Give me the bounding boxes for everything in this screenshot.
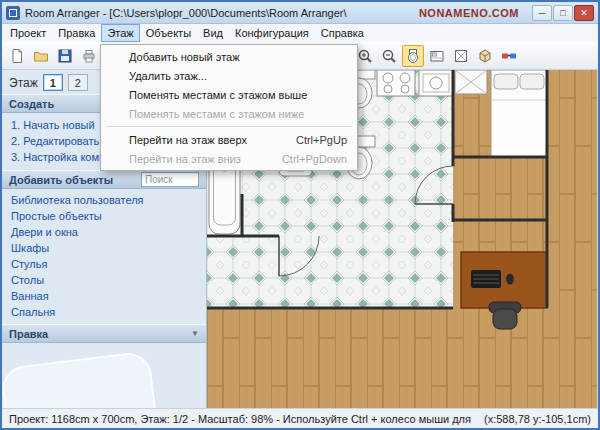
zoom-out-button[interactable] <box>378 45 400 67</box>
status-bar: Проект: 1168cm x 700cm, Этаж: 1/2 - Масш… <box>2 408 598 428</box>
window-controls: ─ □ ✕ <box>532 5 594 21</box>
title-bar: Room Arranger - [C:\Users\plopr_000\Docu… <box>2 2 598 24</box>
status-project-info: Проект: 1168cm x 700cm, Этаж: 1/2 - Масш… <box>9 413 474 425</box>
category-tables[interactable]: Столы <box>2 272 206 288</box>
create-header-label: Создать <box>9 98 54 110</box>
cube-3d-icon <box>477 48 493 64</box>
floor-label: Этаж <box>9 76 38 90</box>
menu-separator <box>107 126 351 127</box>
object-category-list: Библиотека пользователя Простые объекты … <box>2 189 206 324</box>
preview-shape <box>2 350 162 408</box>
category-bathroom[interactable]: Ванная <box>2 288 206 304</box>
menu-view[interactable]: Вид <box>197 24 229 42</box>
window-title: Room Arranger - [C:\Users\plopr_000\Docu… <box>25 7 414 19</box>
menu-configuration[interactable]: Конфигурация <box>229 24 315 42</box>
menu-item-label: Добавить новый этаж <box>129 51 240 63</box>
closet <box>455 70 487 94</box>
glasses-3d-icon <box>501 48 517 64</box>
stove <box>377 70 415 96</box>
toilet-object-icon <box>405 48 421 64</box>
insert-furniture-button[interactable] <box>426 45 448 67</box>
maximize-button[interactable]: □ <box>553 5 573 21</box>
menu-item-swap-floor-below: Поменять местами с этажом ниже <box>101 104 357 123</box>
menu-item-label: Удалить этаж... <box>129 70 207 82</box>
menu-item-label: Поменять местами с этажом выше <box>129 89 307 101</box>
object-search-input[interactable] <box>141 172 199 187</box>
category-user-library[interactable]: Библиотека пользователя <box>2 192 206 208</box>
cabinet-icon <box>453 48 469 64</box>
edit-header-label: Правка <box>9 328 48 340</box>
minimize-button[interactable]: ─ <box>532 5 552 21</box>
menu-item-label: Перейти на этаж вверх <box>129 134 247 146</box>
menu-item-add-floor[interactable]: Добавить новый этаж <box>101 47 357 66</box>
category-wardrobes[interactable]: Шкафы <box>2 240 206 256</box>
menu-item-swap-floor-above[interactable]: Поменять местами с этажом выше <box>101 85 357 104</box>
object-preview-panel <box>2 343 206 408</box>
open-project-button[interactable] <box>30 45 52 67</box>
menu-bar: Проект Правка Этаж Объекты Вид Конфигура… <box>2 24 598 42</box>
menu-item-delete-floor[interactable]: Удалить этаж... <box>101 66 357 85</box>
floor-tab-2[interactable]: 2 <box>68 74 88 91</box>
insert-object-button[interactable] <box>402 45 424 67</box>
desk <box>461 252 547 308</box>
menu-help[interactable]: Справка <box>315 24 370 42</box>
category-chairs[interactable]: Стулья <box>2 256 206 272</box>
office-chair <box>489 302 521 329</box>
bed <box>491 70 547 158</box>
menu-project[interactable]: Проект <box>4 24 52 42</box>
app-icon <box>6 6 20 20</box>
printer-icon <box>81 48 97 64</box>
new-project-button[interactable] <box>6 45 28 67</box>
chevron-down-icon: ▼ <box>191 329 199 338</box>
objects-section-header: Добавить объекты <box>2 170 206 189</box>
floor-tab-1[interactable]: 1 <box>43 74 63 91</box>
menu-item-shortcut: Ctrl+PgUp <box>278 134 347 146</box>
insert-cabinet-button[interactable] <box>450 45 472 67</box>
view-3d-button[interactable] <box>474 45 496 67</box>
anaglyph-view-button[interactable] <box>498 45 520 67</box>
menu-item-label: Поменять местами с этажом ниже <box>129 108 304 120</box>
print-button[interactable] <box>78 45 100 67</box>
close-button[interactable]: ✕ <box>574 5 594 21</box>
objects-header-label: Добавить объекты <box>9 174 113 186</box>
brand-watermark: NONAMENO.COM <box>419 7 519 19</box>
menu-item-go-floor-up[interactable]: Перейти на этаж вверх Ctrl+PgUp <box>101 130 357 149</box>
save-project-button[interactable] <box>54 45 76 67</box>
open-folder-icon <box>33 48 49 64</box>
menu-item-shortcut: Ctrl+PgDown <box>264 153 347 165</box>
app-window: Room Arranger - [C:\Users\plopr_000\Docu… <box>0 0 600 430</box>
status-cursor-coords: (x:588,78 y:-105,1cm) <box>474 413 591 425</box>
zoom-out-icon <box>381 48 397 64</box>
save-floppy-icon <box>57 48 73 64</box>
kitchen-sink-counter <box>419 70 453 96</box>
menu-floor[interactable]: Этаж <box>101 24 139 42</box>
zoom-in-icon <box>357 48 373 64</box>
edit-section-header[interactable]: Правка ▼ <box>2 324 206 343</box>
menu-edit[interactable]: Правка <box>52 24 101 42</box>
category-simple-objects[interactable]: Простые объекты <box>2 208 206 224</box>
menu-objects[interactable]: Объекты <box>140 24 197 42</box>
category-doors-windows[interactable]: Двери и окна <box>2 224 206 240</box>
category-bedroom[interactable]: Спальня <box>2 304 206 320</box>
menu-item-go-floor-down: Перейти на этаж вниз Ctrl+PgDown <box>101 149 357 168</box>
preview-shape <box>2 401 86 408</box>
new-page-icon <box>9 48 25 64</box>
floor-menu-dropdown: Добавить новый этаж Удалить этаж... Поме… <box>100 44 358 171</box>
menu-item-label: Перейти на этаж вниз <box>129 153 241 165</box>
bed-icon <box>429 48 445 64</box>
